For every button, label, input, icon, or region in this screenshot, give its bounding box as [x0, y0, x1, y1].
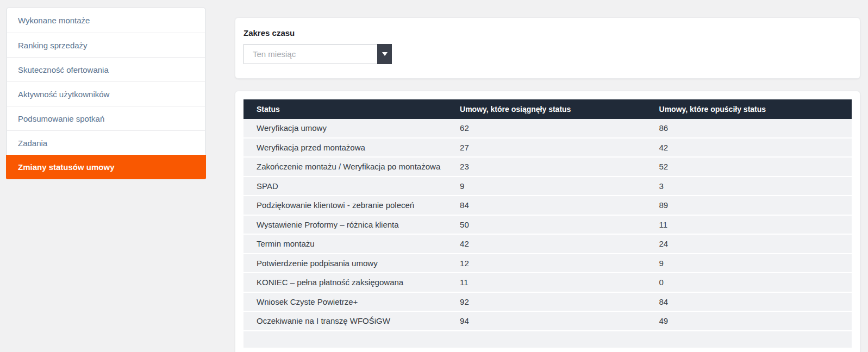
table-row: Wniosek Czyste Powietrze+ 92 84 — [243, 293, 852, 312]
status-cell: Oczekiwanie na I transzę WFOŚiGW — [243, 312, 453, 331]
status-changes-card: Status Umowy, które osiągnęły status Umo… — [235, 91, 860, 352]
left-count-cell: 84 — [653, 293, 852, 312]
reached-count-cell: 94 — [453, 312, 652, 331]
status-cell: Wniosek Czyste Powietrze+ — [243, 293, 453, 312]
status-cell: Termin montażu — [243, 235, 453, 254]
table-row: Weryfikacja przed montażowa 27 42 — [243, 139, 852, 158]
left-count-cell: 11 — [653, 216, 852, 235]
reached-count-cell: 27 — [453, 139, 652, 158]
status-cell: Wystawienie Proformy – różnica klienta — [243, 216, 453, 235]
status-cell: Podziękowanie klientowi - zebranie polec… — [243, 196, 453, 216]
status-cell: KONIEC – pełna płatność zaksięgowana — [243, 273, 453, 293]
left-count-cell: 0 — [653, 273, 852, 293]
reached-count-cell: 23 — [453, 158, 652, 177]
sidebar-item[interactable]: Zadania — [7, 130, 205, 155]
left-count-cell: 49 — [653, 312, 852, 331]
table-row: Podziękowanie klientowi - zebranie polec… — [243, 196, 852, 216]
reached-count-cell: 42 — [453, 235, 652, 254]
left-count-cell: 52 — [653, 158, 852, 177]
sidebar-item[interactable]: Aktywność użytkowników — [7, 81, 205, 106]
partially-visible-next-row — [243, 331, 852, 348]
reached-count-cell: 62 — [453, 119, 652, 139]
time-range-select[interactable]: Ten miesiąc — [243, 44, 392, 64]
time-range-dropdown-button[interactable] — [377, 44, 392, 64]
table-row: Oczekiwanie na I transzę WFOŚiGW 94 49 — [243, 312, 852, 331]
time-range-label: Zakres czasu — [243, 28, 852, 37]
left-count-cell: 3 — [653, 177, 852, 197]
table-row: Zakończenie montażu / Weryfikacja po mon… — [243, 158, 852, 177]
reached-count-cell: 50 — [453, 216, 652, 235]
sidebar-item-label: Aktywność użytkowników — [18, 90, 109, 99]
left-count-cell: 24 — [653, 235, 852, 254]
column-header-status: Status — [243, 99, 453, 119]
reached-count-cell: 12 — [453, 254, 652, 274]
sidebar-item-label: Wykonane montaże — [18, 16, 90, 25]
reached-count-cell: 92 — [453, 293, 652, 312]
left-count-cell: 89 — [653, 196, 852, 216]
status-cell: SPAD — [243, 177, 453, 197]
table-row: Termin montażu 42 24 — [243, 235, 852, 254]
time-range-selected-value: Ten miesiąc — [253, 49, 296, 59]
status-cell: Potwierdzenie podpisania umowy — [243, 254, 453, 274]
reached-count-cell: 11 — [453, 273, 652, 293]
sidebar-item-label: Podsumowanie spotkań — [18, 114, 104, 123]
sidebar-item-label: Zmiany statusów umowy — [18, 162, 115, 172]
sidebar-item-label: Ranking sprzedaży — [18, 41, 88, 50]
status-cell: Weryfikacja umowy — [243, 119, 453, 139]
table-row: Wystawienie Proformy – różnica klienta 5… — [243, 216, 852, 235]
sidebar-item-label: Skuteczność ofertowania — [18, 65, 109, 74]
time-range-select-value-box[interactable]: Ten miesiąc — [243, 44, 378, 64]
reached-count-cell: 84 — [453, 196, 652, 216]
table-row: SPAD 9 3 — [243, 177, 852, 197]
table-row: Potwierdzenie podpisania umowy 12 9 — [243, 254, 852, 274]
sidebar-item[interactable]: Ranking sprzedaży — [7, 33, 205, 57]
caret-down-icon — [382, 52, 388, 56]
sidebar-item[interactable]: Skuteczność ofertowania — [7, 57, 205, 81]
reports-sidebar: Wykonane montaże Ranking sprzedaży Skute… — [7, 8, 205, 179]
reached-count-cell: 9 — [453, 177, 652, 197]
status-cell: Zakończenie montażu / Weryfikacja po mon… — [243, 158, 453, 177]
sidebar-item[interactable]: Wykonane montaże — [7, 8, 205, 33]
column-header-reached: Umowy, które osiągnęły status — [453, 99, 652, 119]
time-range-filter-card: Zakres czasu Ten miesiąc — [235, 17, 860, 79]
status-cell: Weryfikacja przed montażowa — [243, 139, 453, 158]
table-header-row: Status Umowy, które osiągnęły status Umo… — [243, 99, 852, 119]
table-row: Weryfikacja umowy 62 86 — [243, 119, 852, 139]
sidebar-item-label: Zadania — [18, 139, 47, 148]
column-header-left: Umowy, które opuściły status — [653, 99, 852, 119]
status-changes-table: Status Umowy, które osiągnęły status Umo… — [243, 99, 852, 331]
sidebar-item[interactable]: Zmiany statusów umowy — [6, 155, 206, 179]
left-count-cell: 86 — [653, 119, 852, 139]
table-row: KONIEC – pełna płatność zaksięgowana 11 … — [243, 273, 852, 293]
sidebar-item[interactable]: Podsumowanie spotkań — [7, 106, 205, 130]
left-count-cell: 42 — [653, 139, 852, 158]
left-count-cell: 9 — [653, 254, 852, 274]
